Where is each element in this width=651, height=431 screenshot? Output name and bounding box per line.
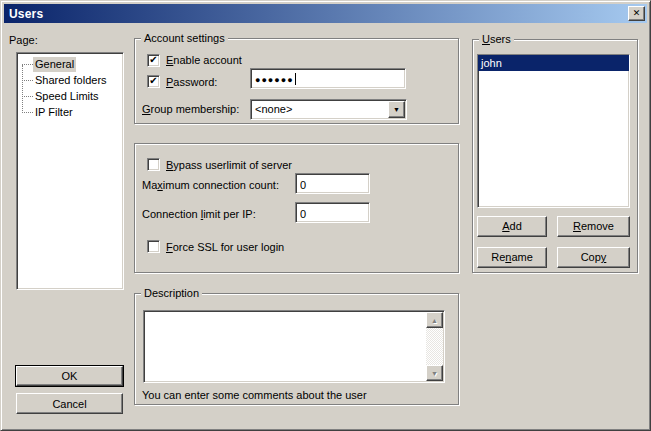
add-button-label: Add [502,220,522,233]
tree-item-shared-folders[interactable]: Shared folders [17,72,109,88]
group-membership-label: Group membership: [142,103,239,116]
titlebar[interactable]: Users ✕ [4,4,647,23]
limits-group: ✔ Bypass userlimit of server Maximum con… [134,143,459,273]
group-membership-select[interactable]: <none> ▼ [250,99,407,120]
tree-item-label: IP Filter [33,105,75,120]
text-caret [295,73,296,85]
connection-limit-per-ip-label: Connection limit per IP: [142,208,256,221]
connection-limit-per-ip-input[interactable] [295,202,370,223]
user-list-item[interactable]: john [478,55,629,71]
cancel-button-label: Cancel [52,398,86,410]
label-part: assword: [173,76,217,88]
tree-branch-icon [22,112,33,113]
page-tree: General Shared folders Speed Limits IP F… [16,52,124,290]
max-connection-count-label: Maximum connection count: [142,179,279,192]
users-listbox: john [477,54,630,208]
description-textarea[interactable]: ▲ ▼ [143,310,445,383]
close-icon: ✕ [633,9,641,18]
bypass-userlimit-checkbox[interactable]: ✔ [147,158,160,171]
copy-button-label: Copy [581,251,607,264]
remove-user-button[interactable]: Remove [557,216,630,237]
users-caption: Users [479,33,514,46]
label-part: Ma [142,179,157,191]
label-part: nable account [173,54,242,66]
cancel-button[interactable]: Cancel [16,393,123,414]
description-hint: You can enter some comments about the us… [142,389,367,402]
scroll-down-button[interactable]: ▼ [426,365,443,381]
group-membership-value: <none> [255,103,386,115]
password-label: Password: [166,76,217,89]
description-scrollbar[interactable]: ▲ ▼ [426,312,443,381]
label-part: Re [491,251,505,263]
close-button[interactable]: ✕ [628,6,645,21]
label-mnemonic: y [601,251,607,263]
tree-item-label: General [33,57,76,72]
label-part: sers [490,33,511,45]
checkmark-icon: ✔ [149,55,157,65]
tree-branch-icon [22,96,33,97]
label-part: ypass userlimit of server [173,159,292,171]
users-dialog: Users ✕ Page: General Shared folders Spe… [0,0,651,431]
copy-user-button[interactable]: Copy [557,247,630,268]
label-part: emove [581,220,614,232]
label-mnemonic: U [482,33,490,45]
label-mnemonic: A [502,220,509,232]
password-input[interactable]: ●●●●●● [250,68,406,89]
label-part: Cop [581,251,601,263]
group-title: Description [144,287,199,299]
ok-button[interactable]: OK [16,366,123,386]
remove-button-label: Remove [573,220,614,233]
force-ssl-checkbox[interactable]: ✔ [147,240,160,253]
tree-item-general[interactable]: General [17,56,76,72]
label-mnemonic: R [573,220,581,232]
description-text [147,313,424,380]
tree-branch-icon [22,80,33,81]
account-settings-group: Account settings ✔ Enable account ✔ Pass… [134,38,459,124]
rename-user-button[interactable]: Rename [477,247,547,268]
scroll-up-button[interactable]: ▲ [426,312,443,328]
password-masked-value: ●●●●●● [255,75,294,85]
tree-item-speed-limits[interactable]: Speed Limits [17,88,101,104]
enable-account-checkbox[interactable]: ✔ [147,54,160,67]
label-part: imum connection count: [163,179,279,191]
description-caption: Description [141,287,202,300]
chevron-down-icon: ▼ [393,106,400,113]
label-part: dd [510,220,522,232]
add-user-button[interactable]: Add [477,216,547,237]
tree-branch-icon [22,64,33,65]
label-part: ame [511,251,532,263]
tree-item-ip-filter[interactable]: IP Filter [17,104,75,120]
users-group: Users john Add Remove Rename Copy [472,39,638,273]
arrow-down-icon: ▼ [431,370,438,377]
combo-dropdown-button[interactable]: ▼ [388,101,405,118]
label-mnemonic: F [166,241,173,253]
arrow-up-icon: ▲ [431,317,438,324]
label-mnemonic: G [142,103,151,115]
label-part: imit per IP: [203,208,256,220]
password-checkbox[interactable]: ✔ [147,75,160,88]
label-part: orce SSL for user login [173,241,284,253]
group-title: Account settings [144,32,225,44]
label-part: Connection [142,208,201,220]
window-title: Users [9,7,43,21]
max-connection-count-input[interactable] [295,173,370,194]
tree-item-label: Shared folders [33,73,109,88]
description-group: Description ▲ ▼ You can enter some comme… [134,293,459,405]
checkmark-icon: ✔ [149,76,157,86]
bypass-userlimit-label: Bypass userlimit of server [166,159,292,172]
page-label: Page: [9,34,38,47]
rename-button-label: Rename [491,251,533,264]
label-part: roup membership: [151,103,240,115]
tree-item-label: Speed Limits [33,89,101,104]
ok-button-label: OK [62,370,78,382]
enable-account-label: Enable account [166,54,242,67]
user-name: john [481,57,502,69]
force-ssl-label: Force SSL for user login [166,241,284,254]
account-settings-caption: Account settings [141,32,228,45]
